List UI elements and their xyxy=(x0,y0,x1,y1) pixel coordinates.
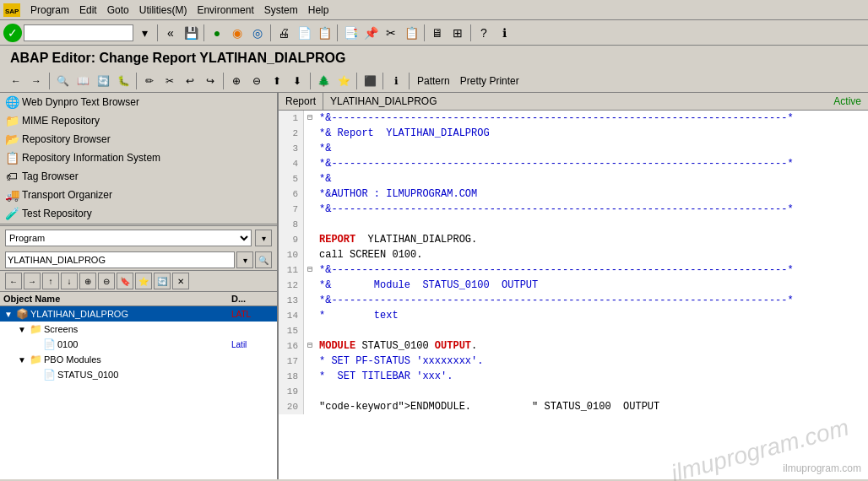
pretty-printer-btn[interactable]: Pretty Printer xyxy=(456,73,524,89)
code-line-12[interactable]: 12*& Module STATUS_0100 OUTPUT xyxy=(279,278,868,293)
nav-bookmark-btn[interactable]: 🔖 xyxy=(117,273,133,289)
tree-item-0[interactable]: ▼ 📦 YLATIHAN_DIALPROG LATL xyxy=(0,306,277,322)
nav-web-dynpro[interactable]: 🌐 Web Dynpro Text Browser xyxy=(0,93,277,111)
page-btn[interactable]: 📄 xyxy=(295,24,313,42)
menu-help[interactable]: Help xyxy=(303,3,334,18)
line-content-7: *&--------------------------------------… xyxy=(316,202,868,217)
download-btn[interactable]: ⬇ xyxy=(288,72,307,90)
code-line-2[interactable]: 2*& Report YLATIHAN_DIALPROG xyxy=(279,126,868,141)
nav-test-repo[interactable]: 🧪 Test Repository xyxy=(0,204,277,223)
tree-item-1[interactable]: ▼ 📁 Screens xyxy=(0,322,277,337)
menu-utilities[interactable]: Utilities(M) xyxy=(134,3,193,18)
code-line-16[interactable]: 16⊟MODULE STATUS_0100 OUTPUT. xyxy=(279,338,868,354)
object-type-select[interactable]: Program xyxy=(5,230,252,246)
tree-item-4[interactable]: 📄 STATUS_0100 xyxy=(0,367,277,382)
star-btn[interactable]: ⭐ xyxy=(334,72,353,90)
info2-btn[interactable]: ℹ xyxy=(387,72,405,90)
code-line-8[interactable]: 8 xyxy=(279,217,868,232)
cut2-btn[interactable]: ✂ xyxy=(160,72,179,90)
nav-mime-repository[interactable]: 📁 MIME Repository xyxy=(0,111,277,130)
debug-btn[interactable]: 🐛 xyxy=(114,72,133,90)
code-line-5[interactable]: 5*& xyxy=(279,171,868,186)
nav-down-btn[interactable]: ↓ xyxy=(61,273,78,289)
nav-up-btn[interactable]: ↑ xyxy=(42,273,59,289)
help-btn[interactable]: ? xyxy=(475,24,493,42)
history-btn[interactable]: ▾ xyxy=(135,24,154,42)
code-line-17[interactable]: 17* SET PF-STATUS 'xxxxxxxx'. xyxy=(279,354,868,369)
nav-expand-btn[interactable]: ⊕ xyxy=(79,273,96,289)
code-line-20[interactable]: 20"code-keyword">ENDMODULE. " STATUS_010… xyxy=(279,399,868,414)
code-line-15[interactable]: 15 xyxy=(279,323,868,338)
code-line-13[interactable]: 13*&------------------------------------… xyxy=(279,293,868,308)
cut-btn[interactable]: ✂ xyxy=(382,24,400,42)
redo-btn[interactable]: ↪ xyxy=(201,72,220,90)
code-line-11[interactable]: 11⊟*&-----------------------------------… xyxy=(279,262,868,278)
code-line-1[interactable]: 1⊟*&------------------------------------… xyxy=(279,111,868,126)
code-line-18[interactable]: 18* SET TITLEBAR 'xxx'. xyxy=(279,369,868,384)
menu-goto[interactable]: Goto xyxy=(102,3,134,18)
code-line-7[interactable]: 7*&-------------------------------------… xyxy=(279,202,868,217)
toggle-btn[interactable]: 🔄 xyxy=(94,72,112,90)
copy-btn[interactable]: 📑 xyxy=(341,24,360,42)
search-btn[interactable]: 🔍 xyxy=(53,72,72,90)
insert-btn[interactable]: ⊕ xyxy=(227,72,246,90)
info-btn[interactable]: ℹ xyxy=(495,24,513,42)
code-line-6[interactable]: 6*&AUTHOR : ILMUPROGRAM.COM xyxy=(279,186,868,202)
code-area[interactable]: 1⊟*&------------------------------------… xyxy=(279,111,868,479)
nav-refresh-btn[interactable]: 🔄 xyxy=(154,273,171,289)
line-expand-16[interactable]: ⊟ xyxy=(304,338,316,354)
page2-btn[interactable]: 📋 xyxy=(315,24,334,42)
nav-collapse-btn[interactable]: ⊖ xyxy=(98,273,115,289)
command-input[interactable] xyxy=(24,24,133,41)
object-name-input[interactable] xyxy=(5,251,235,268)
nav-back-btn[interactable]: ← xyxy=(5,273,22,289)
code-line-14[interactable]: 14* text xyxy=(279,308,868,323)
tree-item-3[interactable]: ▼ 📁 PBO Modules xyxy=(0,352,277,367)
print-btn[interactable]: 🖨 xyxy=(274,24,293,42)
paste-btn[interactable]: 📌 xyxy=(361,24,380,42)
monitor-btn[interactable]: 🖥 xyxy=(428,24,447,42)
nav-star-btn[interactable]: ⭐ xyxy=(135,273,152,289)
grid-btn[interactable]: ⊞ xyxy=(448,24,467,42)
code-line-19[interactable]: 19 xyxy=(279,384,868,399)
nav-repository-browser[interactable]: 📂 Repository Browser xyxy=(0,130,277,149)
object-name-dropdown-btn[interactable]: ▾ xyxy=(236,251,253,268)
back-btn[interactable]: ← xyxy=(7,72,25,90)
object-search-btn[interactable]: 🔍 xyxy=(255,251,272,268)
menu-environment[interactable]: Environment xyxy=(192,3,258,18)
pattern-btn[interactable]: Pattern xyxy=(413,73,454,89)
blue-circle-btn[interactable]: ◎ xyxy=(248,24,267,42)
upload-btn[interactable]: ⬆ xyxy=(268,72,286,90)
code-line-3[interactable]: 3*& xyxy=(279,141,868,156)
tree-item-2[interactable]: 📄 0100 Latil xyxy=(0,337,277,352)
code-line-4[interactable]: 4*&-------------------------------------… xyxy=(279,156,868,171)
book-btn[interactable]: 📖 xyxy=(73,72,92,90)
nav-repo-info[interactable]: 📋 Repository Information System xyxy=(0,149,277,167)
stop-btn[interactable]: ⬛ xyxy=(361,72,379,90)
line-expand-1[interactable]: ⊟ xyxy=(304,111,316,126)
menu-edit[interactable]: Edit xyxy=(74,3,102,18)
copy2-btn[interactable]: 📋 xyxy=(402,24,420,42)
menu-system[interactable]: System xyxy=(259,3,303,18)
delete-btn[interactable]: ⊖ xyxy=(247,72,266,90)
menu-program[interactable]: Program xyxy=(25,3,74,18)
orange-circle-btn[interactable]: ◉ xyxy=(228,24,247,42)
object-type-dropdown-btn[interactable]: ▾ xyxy=(255,230,272,246)
nav-close-btn[interactable]: ✕ xyxy=(172,273,189,289)
line-content-6: *&AUTHOR : ILMUPROGRAM.COM xyxy=(316,186,868,202)
green-check-btn[interactable]: ✓ xyxy=(3,24,22,42)
nav-left-btn[interactable]: « xyxy=(161,24,180,42)
green-circle-btn[interactable]: ● xyxy=(208,24,226,42)
code-line-10[interactable]: 10call SCREEN 0100. xyxy=(279,247,868,262)
tree-btn[interactable]: 🌲 xyxy=(314,72,333,90)
save-btn[interactable]: 💾 xyxy=(182,24,200,42)
nav-forward-btn[interactable]: → xyxy=(24,273,41,289)
forward-btn[interactable]: → xyxy=(27,72,46,90)
undo-btn[interactable]: ↩ xyxy=(181,72,199,90)
editor-toolbar: ← → 🔍 📖 🔄 🐛 ✏ ✂ ↩ ↪ ⊕ ⊖ ⬆ ⬇ 🌲 ⭐ ⬛ ℹ Patt… xyxy=(0,69,868,93)
nav-transport[interactable]: 🚚 Transport Organizer xyxy=(0,186,277,204)
line-expand-11[interactable]: ⊟ xyxy=(304,262,316,278)
code-line-9[interactable]: 9REPORT YLATIHAN_DIALPROG. xyxy=(279,232,868,247)
edit-btn[interactable]: ✏ xyxy=(140,72,159,90)
nav-tag-browser[interactable]: 🏷 Tag Browser xyxy=(0,167,277,186)
